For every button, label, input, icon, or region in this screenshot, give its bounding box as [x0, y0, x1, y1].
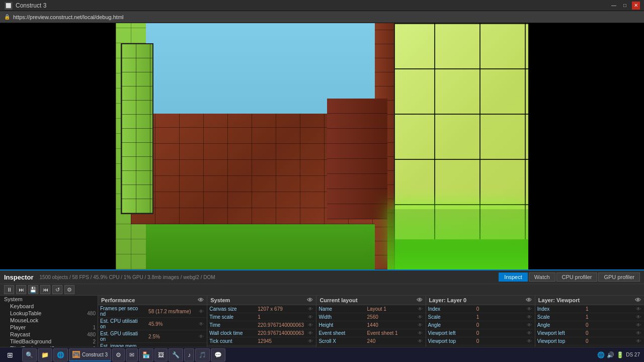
fps-eye-icon[interactable]: 👁: [198, 309, 205, 314]
mail-taskbar[interactable]: ✉: [126, 348, 138, 361]
perf-gpu-row: Est. GPU utilisation 2.5% 👁: [98, 330, 207, 343]
minimize-button[interactable]: —: [610, 2, 618, 10]
obj-system[interactable]: System: [0, 296, 98, 303]
settings-icon: ⚙: [116, 351, 121, 358]
store-taskbar[interactable]: 🏪: [139, 348, 153, 361]
extra3-taskbar[interactable]: 🎵: [195, 348, 210, 361]
video-icon: 🎵: [199, 351, 206, 358]
folder-icon: 📁: [41, 351, 49, 358]
refresh-button[interactable]: ↺: [52, 285, 62, 294]
clock: DS 27: [626, 352, 640, 357]
tab-watch[interactable]: Watch: [529, 273, 555, 282]
taskbar-items: 🔍 📁 🌐 🎮 Construct 3 ⚙ ✉ 🏪 🖼 🔧 ♪: [20, 348, 593, 361]
photos-taskbar[interactable]: 🖼: [154, 348, 168, 361]
maximize-button[interactable]: □: [621, 2, 629, 10]
mail-icon: ✉: [129, 351, 134, 358]
cpu-eye-icon[interactable]: 👁: [198, 321, 205, 327]
perf-fps-row: Frames per second 58 (17.2 ms/frame) 👁: [98, 305, 207, 318]
system-eye-icon[interactable]: 👁: [307, 297, 313, 304]
battery-icon[interactable]: 🔋: [616, 351, 624, 358]
construct-icon: 🎮: [72, 351, 80, 358]
construct-label: Construct 3: [82, 352, 108, 357]
rewind-button[interactable]: ⏮: [40, 285, 50, 294]
extra4-taskbar[interactable]: 💬: [211, 348, 225, 361]
start-button[interactable]: ⊞: [0, 347, 20, 363]
performance-eye-icon[interactable]: 👁: [198, 297, 204, 304]
obj-raycast[interactable]: Raycast 480: [0, 331, 98, 338]
network-icon[interactable]: 🌐: [597, 351, 605, 358]
settings-button[interactable]: ⚙: [64, 285, 74, 294]
save-button[interactable]: 💾: [28, 285, 38, 294]
tab-cpu-profiler[interactable]: CPU profiler: [556, 273, 598, 282]
lock-icon: 🔒: [4, 14, 10, 20]
obj-tiledbg[interactable]: TiledBackground 2: [0, 338, 98, 345]
layer0-panel-header: Layer: Layer 0 👁: [426, 296, 535, 305]
search-icon: 🔍: [26, 351, 33, 358]
calc-icon: 🔧: [172, 351, 180, 358]
obj-mouselock[interactable]: MouseLock: [0, 317, 98, 324]
tab-inspect[interactable]: Inspect: [499, 273, 527, 282]
file-explorer-taskbar[interactable]: 📁: [38, 348, 52, 361]
extra2-taskbar[interactable]: ♪: [184, 348, 194, 361]
obj-keyboard[interactable]: Keyboard: [0, 303, 98, 310]
store-icon: 🏪: [142, 351, 150, 358]
settings-taskbar[interactable]: ⚙: [112, 348, 125, 361]
construct-taskbar[interactable]: 🎮 Construct 3: [69, 348, 111, 361]
pause-button[interactable]: ⏸: [4, 285, 14, 294]
browser-icon: 🌐: [57, 351, 64, 358]
stone-wall-right: [327, 99, 387, 219]
glow-grass: [387, 209, 528, 269]
close-button[interactable]: ✕: [632, 2, 640, 10]
performance-panel-header: Performance 👁: [98, 296, 207, 305]
inspector-title: Inspector: [4, 274, 34, 281]
url-text: https://preview.construct.net/local/debu…: [13, 14, 640, 20]
edge-taskbar[interactable]: 🌐: [53, 348, 68, 361]
obj-lookuptable[interactable]: LookupTable 480: [0, 310, 98, 317]
inspector-header: Inspector 1500 objects / 58 FPS / 45.9% …: [0, 270, 644, 284]
search-taskbar[interactable]: 🔍: [22, 348, 37, 361]
layer0-eye-icon[interactable]: 👁: [526, 297, 532, 304]
system-panel-header: System 👁: [207, 296, 316, 305]
title-bar: 🔲 Construct 3 — □ ✕: [0, 0, 644, 11]
layer-viewport-eye-icon[interactable]: 👁: [635, 297, 641, 304]
window-controls[interactable]: — □ ✕: [610, 2, 640, 10]
app-icon: 🔲: [4, 2, 13, 10]
canvas-black-left: [0, 23, 116, 269]
game-scene: [116, 23, 528, 269]
chat-icon: 💬: [214, 351, 222, 358]
extra1-taskbar[interactable]: 🔧: [169, 348, 183, 361]
game-canvas: [0, 23, 644, 269]
address-bar: 🔒 https://preview.construct.net/local/de…: [0, 11, 644, 23]
inspector-tabs[interactable]: Inspect Watch CPU profiler GPU profiler: [499, 273, 640, 282]
brick-panel-far-left: [121, 43, 153, 214]
gpu-eye-icon[interactable]: 👁: [198, 334, 205, 339]
layout-eye-icon[interactable]: 👁: [417, 297, 423, 304]
layer-viewport-header: Layer: Viewport 👁: [535, 296, 644, 305]
sound-icon[interactable]: 🔊: [607, 351, 614, 358]
canvas-black-right: [528, 23, 644, 269]
glowing-block-main: [387, 23, 528, 239]
step-button[interactable]: ⏭: [16, 285, 26, 294]
tab-gpu-profiler[interactable]: GPU profiler: [598, 273, 640, 282]
perf-cpu-row: Est. CPU utilisation 45.9% 👁: [98, 318, 207, 330]
inspector-toolbar: ⏸ ⏭ 💾 ⏮ ↺ ⚙: [0, 284, 644, 296]
window-title: Construct 3: [16, 2, 610, 9]
layout-panel-header: Current layout 👁: [316, 296, 425, 305]
system-tray: 🌐 🔊 🔋 DS 27: [593, 351, 644, 358]
taskbar: ⊞ 🔍 📁 🌐 🎮 Construct 3 ⚙ ✉ 🏪 🖼 🔧: [0, 347, 644, 362]
photos-icon: 🖼: [158, 351, 164, 358]
inspector-status: 1500 objects / 58 FPS / 45.9% CPU / 1% G…: [40, 275, 215, 280]
obj-player[interactable]: Player 1: [0, 324, 98, 331]
music-icon: ♪: [188, 351, 191, 358]
